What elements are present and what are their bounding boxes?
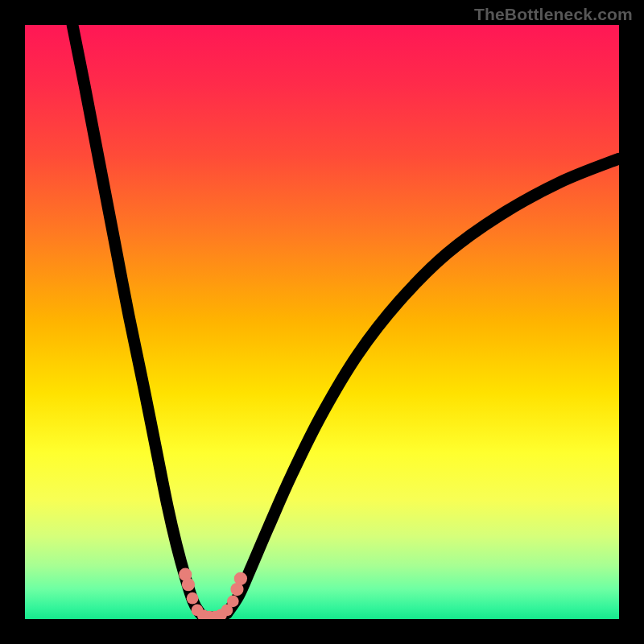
chart-stage: TheBottleneck.com (0, 0, 644, 644)
valley-marker (182, 578, 195, 591)
valley-marker (187, 592, 199, 605)
valley-marker (234, 572, 247, 585)
valley-marker (227, 595, 239, 607)
plot-area (25, 25, 619, 619)
curve-layer (25, 25, 619, 619)
watermark-label: TheBottleneck.com (474, 5, 633, 24)
valley-markers (179, 568, 247, 619)
curve-right-branch (227, 159, 619, 613)
curve-left-branch (72, 25, 203, 616)
